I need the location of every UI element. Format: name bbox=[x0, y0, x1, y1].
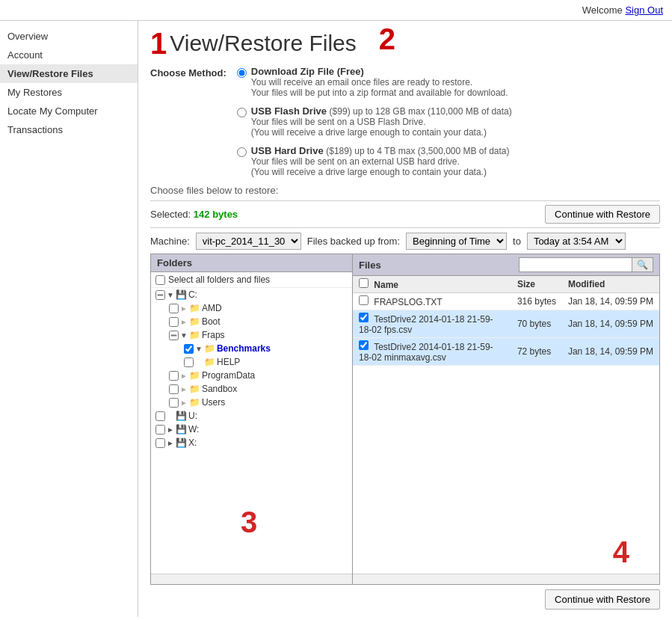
u-checkbox[interactable] bbox=[155, 411, 165, 421]
boot-checkbox[interactable] bbox=[169, 317, 179, 327]
fraps-label: Fraps bbox=[202, 330, 225, 340]
folder-icon: 📁 bbox=[189, 330, 200, 340]
files-panel: Files 🔍 Name bbox=[353, 254, 659, 584]
files-select-all[interactable] bbox=[359, 278, 369, 288]
folders-panel: Folders Select all folders and files ▼ 💾… bbox=[151, 254, 353, 584]
amd-checkbox[interactable] bbox=[169, 304, 179, 313]
method-flash-desc2: (You will receive a drive large enough t… bbox=[251, 127, 512, 138]
users-label: Users bbox=[202, 397, 225, 408]
files-search-input[interactable] bbox=[520, 258, 632, 271]
expand-icon[interactable]: ▼ bbox=[167, 291, 174, 299]
folder-icon: 📁 bbox=[189, 397, 200, 408]
sidebar: Overview Account View/Restore Files My R… bbox=[0, 21, 138, 617]
tree-item[interactable]: 📁 HELP bbox=[151, 355, 352, 369]
file-name-2: TestDrive2 2014-01-18 21-59-18-02 fps.cs… bbox=[359, 314, 493, 335]
tree-item[interactable]: ▼ 📁 Benchmarks bbox=[151, 342, 352, 355]
programdata-checkbox[interactable] bbox=[169, 371, 179, 381]
tree-item[interactable]: ▼ 📁 Fraps bbox=[151, 328, 352, 342]
choose-files-label: Choose files below to restore: bbox=[150, 185, 660, 196]
selected-label: Selected: bbox=[150, 209, 191, 220]
w-label: W: bbox=[188, 424, 199, 435]
file-name-3: TestDrive2 2014-01-18 21-59-18-02 minmax… bbox=[359, 342, 493, 363]
tree-item[interactable]: ► 📁 Boot bbox=[151, 315, 352, 328]
method-flash-label: USB Flash Drive bbox=[251, 105, 327, 117]
col-header-name: Name bbox=[353, 276, 511, 293]
sandbox-checkbox[interactable] bbox=[169, 384, 179, 394]
sidebar-item-locate-computer[interactable]: Locate My Computer bbox=[0, 102, 138, 120]
method-usb-hard-radio[interactable] bbox=[237, 147, 247, 157]
tree-item[interactable]: ► 📁 Users bbox=[151, 396, 352, 409]
expand-icon[interactable]: ► bbox=[167, 439, 174, 447]
drive-icon: 💾 bbox=[176, 424, 187, 435]
file-modified-3: Jan 18, 14, 09:59 PM bbox=[562, 338, 659, 366]
sandbox-label: Sandbox bbox=[202, 384, 237, 394]
file-checkbox-2[interactable] bbox=[359, 313, 369, 322]
file-checkbox-1[interactable] bbox=[359, 295, 369, 305]
method-download-zip-radio[interactable] bbox=[237, 68, 247, 78]
tree-item[interactable]: ► 💾 W: bbox=[151, 423, 352, 436]
method-hard-desc1: Your files will be sent on an external U… bbox=[251, 156, 510, 167]
file-checkbox-3[interactable] bbox=[359, 340, 369, 350]
method-download-desc2: Your files will be put into a zip format… bbox=[251, 88, 508, 98]
boot-label: Boot bbox=[202, 316, 221, 327]
expand-icon[interactable]: ► bbox=[167, 426, 174, 434]
machine-select[interactable]: vit-pc_2014_11_30 bbox=[196, 233, 301, 250]
c-label: C: bbox=[188, 289, 197, 300]
tree-item[interactable]: 💾 U: bbox=[151, 409, 352, 423]
sidebar-item-my-restores[interactable]: My Restores bbox=[0, 83, 138, 102]
folder-icon: 📁 bbox=[189, 370, 200, 381]
w-checkbox[interactable] bbox=[155, 425, 165, 435]
tree-item[interactable]: ► 📁 ProgramData bbox=[151, 369, 352, 382]
sidebar-item-account[interactable]: Account bbox=[0, 46, 138, 64]
expand-placeholder: ► bbox=[180, 318, 188, 326]
fraps-checkbox[interactable] bbox=[169, 331, 179, 340]
sidebar-item-overview[interactable]: Overview bbox=[0, 27, 138, 46]
backed-up-to-select[interactable]: Today at 3:54 AM bbox=[527, 233, 626, 250]
table-row: TestDrive2 2014-01-18 21-59-18-02 minmax… bbox=[353, 338, 659, 366]
expand-placeholder: ► bbox=[180, 385, 188, 393]
help-checkbox[interactable] bbox=[184, 357, 194, 367]
tree-item[interactable]: ► 📁 AMD bbox=[151, 301, 352, 315]
users-checkbox[interactable] bbox=[169, 398, 179, 408]
files-header-title: Files bbox=[359, 260, 381, 271]
step2-number: 2 bbox=[379, 24, 395, 54]
tree-item[interactable]: ► 💾 X: bbox=[151, 436, 352, 449]
files-search-button[interactable]: 🔍 bbox=[632, 258, 653, 271]
expand-icon[interactable]: ▼ bbox=[195, 345, 203, 353]
step1-number: 1 bbox=[150, 28, 167, 58]
folder-icon: 📁 bbox=[189, 303, 200, 313]
file-size-3: 72 bytes bbox=[511, 338, 562, 366]
c-checkbox[interactable] bbox=[155, 290, 165, 300]
select-all-checkbox[interactable] bbox=[155, 275, 165, 285]
u-label: U: bbox=[188, 411, 197, 421]
drive-icon: 💾 bbox=[176, 289, 187, 300]
sidebar-item-transactions[interactable]: Transactions bbox=[0, 120, 138, 139]
method-flash-price: ($99) up to 128 GB max (110,000 MB of da… bbox=[330, 106, 512, 117]
content-area: 1 View/Restore Files 2 Choose Method: Do… bbox=[138, 21, 672, 617]
method-flash-desc1: Your files will be sent on a USB Flash D… bbox=[251, 117, 512, 127]
tree-item[interactable]: ▼ 💾 C: bbox=[151, 288, 352, 301]
signout-link[interactable]: Sign Out bbox=[625, 4, 663, 16]
continue-restore-top-button[interactable]: Continue with Restore bbox=[545, 205, 660, 224]
folder-icon: 📁 bbox=[189, 316, 200, 327]
table-row: TestDrive2 2014-01-18 21-59-18-02 fps.cs… bbox=[353, 310, 659, 338]
select-all-row[interactable]: Select all folders and files bbox=[151, 272, 352, 288]
continue-restore-bottom-button[interactable]: Continue with Restore bbox=[545, 589, 660, 610]
col-header-modified: Modified bbox=[562, 276, 659, 293]
programdata-label: ProgramData bbox=[202, 370, 255, 381]
amd-label: AMD bbox=[202, 303, 222, 313]
method-usb-flash-radio[interactable] bbox=[237, 108, 247, 117]
sidebar-item-view-restore[interactable]: View/Restore Files bbox=[0, 64, 138, 83]
benchmarks-checkbox[interactable] bbox=[184, 344, 194, 354]
expand-icon[interactable]: ▼ bbox=[180, 331, 188, 340]
tree-item[interactable]: ► 📁 Sandbox bbox=[151, 382, 352, 396]
to-label: to bbox=[513, 236, 521, 247]
file-size-2: 70 bytes bbox=[511, 310, 562, 338]
benchmarks-label: Benchmarks bbox=[217, 343, 271, 354]
file-modified-2: Jan 18, 14, 09:59 PM bbox=[562, 310, 659, 338]
backed-up-from-select[interactable]: Beginning of Time bbox=[406, 233, 507, 250]
x-checkbox[interactable] bbox=[155, 438, 165, 448]
select-all-label: Select all folders and files bbox=[168, 274, 270, 285]
file-browser: Folders Select all folders and files ▼ 💾… bbox=[150, 254, 660, 585]
folder-icon: 📁 bbox=[204, 357, 215, 367]
